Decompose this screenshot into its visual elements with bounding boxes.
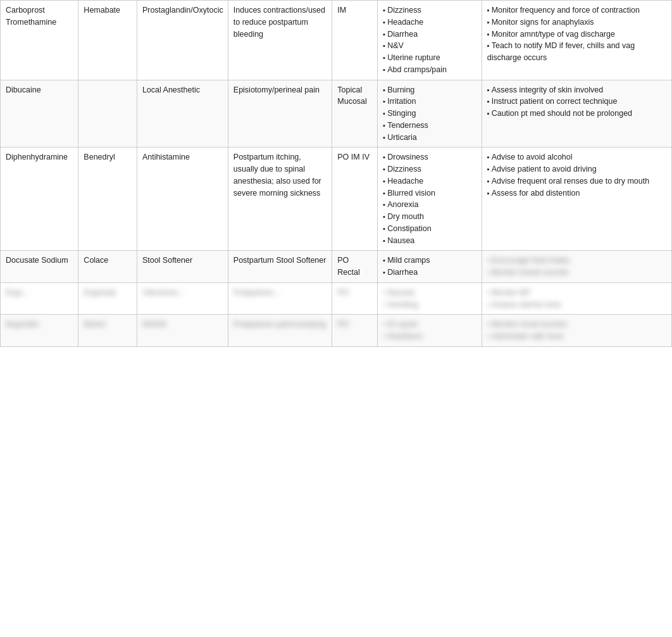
medication-table: Carboprost TromethamineHemabateProstagla… bbox=[0, 0, 672, 347]
table-cell: Prostaglandin/Oxytocic bbox=[137, 1, 228, 80]
table-cell: Benedryl bbox=[78, 148, 137, 251]
table-cell: Colace bbox=[78, 251, 137, 283]
table-cell: Postpartum... bbox=[228, 282, 332, 315]
table-cell: PO bbox=[332, 315, 378, 347]
table-cell: IM bbox=[332, 1, 378, 80]
table-cell: Topical Mucosal bbox=[332, 80, 378, 148]
table-row: DibucaineLocal AnestheticEpisiotomy/peri… bbox=[1, 80, 672, 148]
table-cell: Hemabate bbox=[78, 1, 137, 80]
table-cell: Antihistamine bbox=[137, 148, 228, 251]
table-cell: PO bbox=[332, 282, 378, 315]
nursing-cell: Monitor frequency and force of contracti… bbox=[482, 1, 671, 80]
table-cell: Ergotrate bbox=[78, 282, 137, 315]
table-cell: Ergo... bbox=[1, 282, 78, 315]
table-cell: Docusate Sodium bbox=[1, 251, 78, 283]
table-row: Carboprost TromethamineHemabateProstagla… bbox=[1, 1, 672, 80]
nursing-cell: Assess integrity of skin involvedInstruc… bbox=[482, 80, 671, 148]
table-cell: GI upsetHeartburn bbox=[378, 315, 482, 347]
table-cell: Diphenhydramine bbox=[1, 148, 78, 251]
table-cell: Episiotomy/perineal pain bbox=[228, 80, 332, 148]
table-cell: Stool Softener bbox=[137, 251, 228, 283]
table-cell: PO IM IV bbox=[332, 148, 378, 251]
table-cell: Monitor renal functionAdminister with fo… bbox=[482, 315, 671, 347]
table-cell: BurningIrritationStingingTendernessUrtic… bbox=[378, 80, 482, 148]
table-cell: Uterotonic... bbox=[137, 282, 228, 315]
table-row: Docusate SodiumColaceStool SoftenerPostp… bbox=[1, 251, 672, 283]
nursing-cell: Encourage fluid intakeMonitor bowel soun… bbox=[482, 251, 671, 283]
table-cell: NSAID bbox=[137, 315, 228, 347]
table-cell: PO Rectal bbox=[332, 251, 378, 283]
table-cell bbox=[78, 80, 137, 148]
table-cell: Local Anesthetic bbox=[137, 80, 228, 148]
table-cell: DizzinessHeadacheDiarrheaN&VUterine rupt… bbox=[378, 1, 482, 80]
table-row: IbuprofenMotrinNSAIDPostpartum pain/cram… bbox=[1, 315, 672, 347]
table-cell: Monitor BPAssess uterine tone bbox=[482, 282, 671, 315]
table-cell: NauseaVomiting bbox=[378, 282, 482, 315]
table-cell: Carboprost Tromethamine bbox=[1, 1, 78, 80]
table-cell: Ibuprofen bbox=[1, 315, 78, 347]
table-cell: Mild crampsDiarrhea bbox=[378, 251, 482, 283]
table-cell: Postpartum Stool Softener bbox=[228, 251, 332, 283]
table-cell: Induces contractions/used to reduce post… bbox=[228, 1, 332, 80]
table-cell: Dibucaine bbox=[1, 80, 78, 148]
nursing-cell: Advise to avoid alcoholAdvise patient to… bbox=[482, 148, 671, 251]
table-cell: Postpartum pain/cramping bbox=[228, 315, 332, 347]
table-cell: Postpartum itching, usually due to spina… bbox=[228, 148, 332, 251]
table-cell: Motrin bbox=[78, 315, 137, 347]
table-row: Ergo...ErgotrateUterotonic...Postpartum.… bbox=[1, 282, 672, 315]
table-row: DiphenhydramineBenedrylAntihistaminePost… bbox=[1, 148, 672, 251]
table-cell: DrowsinessDizzinessHeadacheBlurred visio… bbox=[378, 148, 482, 251]
